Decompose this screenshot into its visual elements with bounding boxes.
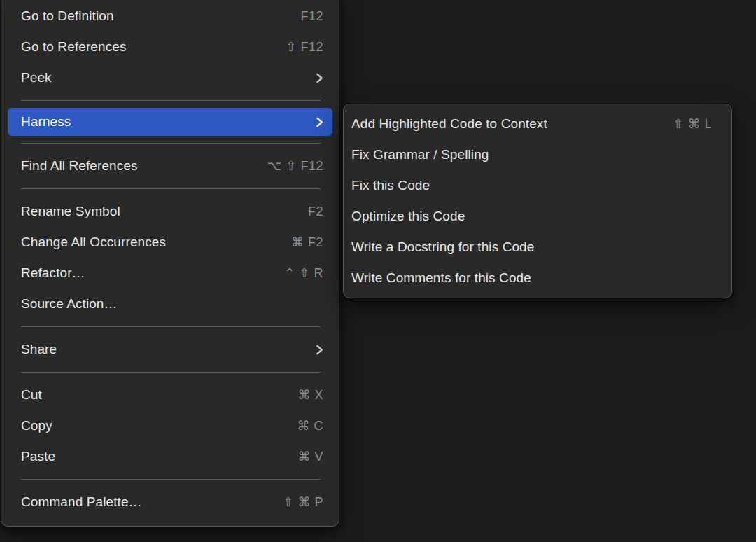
submenu-item-fix-this-code[interactable]: Fix this Code — [344, 170, 732, 201]
menu-item-shortcut: ⌘ X — [298, 387, 323, 403]
menu-item-find-all-references[interactable]: Find All References⌥ ⇧ F12 — [1, 151, 339, 181]
menu-item-peek[interactable]: Peek — [1, 62, 339, 93]
menu-item-label: Fix Grammar / Spelling — [351, 147, 712, 162]
menu-item-shortcut: ⌥ ⇧ F12 — [267, 158, 323, 174]
menu-item-shortcut: ⇧ ⌘ P — [283, 494, 323, 510]
menu-item-rename-symbol[interactable]: Rename SymbolF2 — [1, 196, 339, 227]
menu-item-refactor[interactable]: Refactor…⌃ ⇧ R — [1, 258, 339, 289]
menu-item-label: Fix this Code — [351, 178, 712, 193]
menu-item-share[interactable]: Share — [1, 334, 339, 365]
menu-item-source-action[interactable]: Source Action… — [1, 289, 339, 319]
menu-separator — [21, 326, 321, 327]
menu-item-label: Write a Docstring for this Code — [351, 239, 712, 255]
submenu-item-write-comments-for-this-code[interactable]: Write Comments for this Code — [344, 263, 732, 293]
menu-item-go-to-references[interactable]: Go to References⇧ F12 — [1, 32, 339, 62]
menu-item-label: Optimize this Code — [351, 209, 712, 224]
submenu-item-fix-grammar-spelling[interactable]: Fix Grammar / Spelling — [344, 139, 732, 170]
menu-item-harness[interactable]: Harness — [8, 108, 332, 136]
menu-separator — [21, 143, 321, 144]
menu-item-label: Add Highlighted Code to Context — [351, 116, 663, 132]
menu-item-label: Go to References — [21, 39, 276, 55]
menu-item-change-all-occurrences[interactable]: Change All Occurrences⌘ F2 — [1, 227, 339, 258]
menu-item-paste[interactable]: Paste⌘ V — [1, 441, 339, 472]
submenu-item-write-a-docstring-for-this-code[interactable]: Write a Docstring for this Code — [344, 232, 732, 263]
menu-item-label: Change All Occurrences — [21, 235, 281, 250]
menu-item-shortcut: F2 — [308, 204, 323, 219]
chevron-right-icon — [316, 344, 323, 356]
menu-item-label: Find All References — [21, 158, 258, 174]
menu-item-cut[interactable]: Cut⌘ X — [1, 380, 339, 410]
menu-item-label: Command Palette… — [21, 494, 273, 510]
menu-separator — [21, 372, 321, 373]
menu-item-label: Peek — [21, 70, 306, 85]
submenu-item-optimize-this-code[interactable]: Optimize this Code — [344, 201, 732, 232]
menu-separator — [21, 188, 321, 189]
menu-item-label: Rename Symbol — [21, 204, 298, 219]
harness-submenu: Add Highlighted Code to Context⇧ ⌘ LFix … — [343, 104, 732, 298]
menu-separator — [21, 479, 321, 480]
menu-item-label: Go to Definition — [21, 8, 290, 24]
menu-item-shortcut: ⌃ ⇧ R — [284, 265, 323, 281]
menu-item-copy[interactable]: Copy⌘ C — [1, 410, 339, 441]
menu-item-label: Copy — [21, 418, 288, 433]
menu-item-go-to-definition[interactable]: Go to DefinitionF12 — [1, 1, 339, 32]
menu-separator — [21, 100, 321, 101]
menu-item-label: Paste — [21, 449, 288, 464]
menu-item-shortcut: ⇧ F12 — [286, 39, 323, 55]
chevron-right-icon — [316, 72, 323, 84]
menu-item-label: Cut — [21, 387, 288, 403]
menu-item-shortcut: ⇧ ⌘ L — [673, 116, 712, 132]
menu-item-shortcut: ⌘ V — [298, 449, 323, 464]
menu-item-shortcut: F12 — [300, 9, 323, 24]
menu-item-label: Harness — [21, 114, 306, 130]
menu-item-label: Write Comments for this Code — [351, 270, 712, 286]
menu-item-label: Refactor… — [21, 265, 274, 281]
submenu-item-add-highlighted-code-to-context[interactable]: Add Highlighted Code to Context⇧ ⌘ L — [344, 109, 732, 139]
menu-item-shortcut: ⌘ C — [298, 418, 324, 433]
menu-item-label: Source Action… — [21, 296, 323, 312]
chevron-right-icon — [316, 116, 323, 128]
menu-item-label: Share — [21, 342, 306, 357]
menu-item-command-palette[interactable]: Command Palette…⇧ ⌘ P — [1, 487, 339, 517]
context-menu: Go to DefinitionF12Go to References⇧ F12… — [1, 0, 340, 527]
menu-item-shortcut: ⌘ F2 — [291, 235, 323, 250]
